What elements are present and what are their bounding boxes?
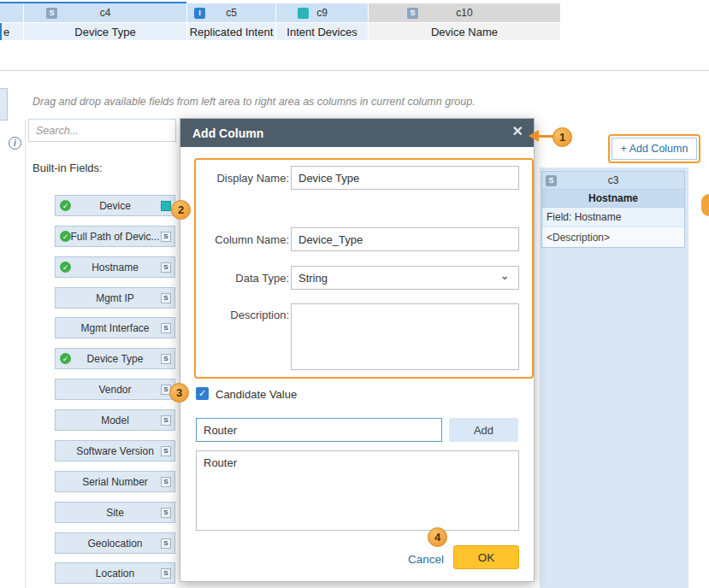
- scalar-type-icon: S: [161, 508, 171, 518]
- scalar-type-icon: S: [161, 232, 171, 242]
- data-type-label: Data Type:: [198, 272, 289, 285]
- check-icon: ✓: [60, 353, 71, 364]
- cancel-button[interactable]: Cancel: [408, 553, 444, 566]
- field-item-mgmt-ip[interactable]: Mgmt IP S: [55, 287, 175, 309]
- column-card-c3[interactable]: S c3 Hostname Field: Hostname <Descripti…: [541, 171, 685, 248]
- column-id: c10: [456, 7, 472, 19]
- column-card-header: S c3: [542, 172, 684, 190]
- ok-button[interactable]: OK: [453, 545, 519, 569]
- intent-type-icon: I: [194, 8, 205, 19]
- check-icon: ✓: [60, 262, 71, 273]
- candidate-list-item[interactable]: Router: [197, 451, 518, 474]
- add-candidate-button[interactable]: Add: [449, 418, 518, 442]
- column-id: c9: [316, 7, 328, 19]
- field-item-hostname[interactable]: ✓ Hostname S: [55, 256, 175, 278]
- field-label: Device: [99, 200, 131, 212]
- scalar-type-icon: S: [161, 323, 171, 333]
- description-label: Description:: [198, 309, 289, 321]
- annotation-step-2: 2: [171, 200, 191, 220]
- annotation-step-3: 3: [169, 383, 189, 403]
- field-item-vendor[interactable]: Vendor S: [55, 379, 175, 400]
- scalar-type-icon: S: [161, 354, 171, 364]
- field-label: Serial Number: [82, 476, 148, 488]
- field-item-device[interactable]: ✓ Device: [55, 195, 175, 216]
- panel-border: [25, 120, 26, 588]
- field-item-geolocation[interactable]: Geolocation S: [55, 532, 175, 554]
- drag-drop-instruction: Drag and drop available fields from left…: [32, 96, 546, 108]
- column-name-c10[interactable]: Device Name: [369, 23, 560, 40]
- description-textarea[interactable]: [291, 303, 519, 370]
- field-item-full-path[interactable]: ✓ Full Path of Devic... S: [55, 226, 175, 247]
- annotation-step-1: 1: [552, 127, 572, 147]
- column-card-title: Hostname: [542, 190, 684, 208]
- column-name-input[interactable]: [291, 227, 519, 251]
- scalar-type-icon: S: [546, 175, 557, 186]
- field-label: Vendor: [98, 384, 131, 396]
- scalar-type-icon: S: [161, 477, 171, 487]
- column-name-partial[interactable]: e: [0, 23, 23, 40]
- column-header-c10[interactable]: S c10: [369, 3, 560, 22]
- field-label: Site: [106, 507, 124, 519]
- device-type-icon: [161, 201, 171, 211]
- column-group-editor-screen: e S c4 Device Type I c5 Replicated Inten…: [0, 0, 709, 588]
- data-type-select[interactable]: String ⌄: [291, 266, 519, 290]
- annotation-arrow-icon: [529, 130, 539, 142]
- scalar-type-icon: S: [161, 415, 171, 426]
- scalar-type-icon: S: [161, 446, 171, 456]
- display-name-label: Display Name:: [198, 172, 289, 185]
- column-card-id: c3: [608, 174, 619, 186]
- display-name-input[interactable]: [291, 166, 519, 190]
- field-item-location[interactable]: Location S: [55, 562, 175, 584]
- column-card-field: Field: Hostname: [542, 208, 684, 227]
- add-column-dialog: Add Column ✕ Display Name: Column Name: …: [180, 118, 535, 582]
- column-name-c9[interactable]: Intent Devices: [276, 23, 368, 40]
- scalar-type-icon: S: [161, 262, 171, 273]
- field-label: Software Version: [76, 445, 154, 457]
- column-name-label: Column Name:: [198, 233, 289, 246]
- candidate-value-input[interactable]: [196, 418, 442, 442]
- field-item-device-type[interactable]: ✓ Device Type S: [55, 348, 175, 369]
- scalar-type-icon: S: [161, 293, 171, 303]
- field-item-mgmt-interface[interactable]: Mgmt Interface S: [55, 317, 175, 338]
- close-icon[interactable]: ✕: [512, 125, 523, 138]
- dialog-header[interactable]: Add Column ✕: [180, 119, 534, 147]
- partial-field-button: [0, 88, 8, 121]
- field-item-site[interactable]: Site S: [55, 502, 175, 523]
- add-column-button[interactable]: + Add Column: [612, 138, 697, 160]
- device-type-icon: [298, 8, 309, 19]
- column-id: c5: [226, 7, 237, 19]
- column-name-c5[interactable]: Replicated Intent: [187, 23, 275, 40]
- field-label: Mgmt Interface: [80, 322, 149, 334]
- scalar-type-icon: S: [161, 568, 171, 579]
- dialog-title: Add Column: [192, 126, 263, 140]
- field-item-software-version[interactable]: Software Version S: [55, 440, 175, 462]
- column-header-c5[interactable]: I c5: [187, 3, 275, 22]
- field-label: Device Type: [87, 353, 144, 365]
- column-header-c9[interactable]: c9: [276, 3, 368, 22]
- column-id: c4: [100, 7, 111, 19]
- column-card-description: <Description>: [542, 227, 684, 247]
- column-name-c4[interactable]: Device Type: [24, 23, 186, 40]
- field-label: Location: [96, 567, 134, 579]
- search-input[interactable]: [28, 119, 176, 142]
- scalar-type-icon: S: [161, 538, 171, 549]
- field-item-model[interactable]: Model S: [55, 409, 175, 431]
- check-icon: ✓: [60, 231, 71, 242]
- field-label: Hostname: [92, 262, 139, 273]
- annotation-step-4: 4: [428, 527, 447, 547]
- scalar-type-icon: S: [407, 8, 418, 19]
- candidate-value-list[interactable]: Router: [196, 450, 519, 531]
- column-header-c4[interactable]: S c4: [24, 3, 186, 22]
- field-label: Mgmt IP: [96, 292, 134, 304]
- field-label: Full Path of Devic...: [70, 231, 159, 243]
- built-in-fields-label: Built-in Fields:: [32, 162, 103, 174]
- field-label: Geolocation: [87, 538, 142, 550]
- data-type-value: String: [298, 272, 328, 285]
- info-icon[interactable]: i: [9, 137, 21, 150]
- field-item-serial-number[interactable]: Serial Number S: [55, 471, 175, 492]
- chevron-down-icon: ⌄: [499, 268, 510, 282]
- column-header-partial[interactable]: [0, 3, 23, 22]
- check-icon: ✓: [60, 200, 71, 211]
- candidate-value-checkbox[interactable]: ✓: [196, 387, 209, 400]
- field-label: Model: [101, 415, 129, 426]
